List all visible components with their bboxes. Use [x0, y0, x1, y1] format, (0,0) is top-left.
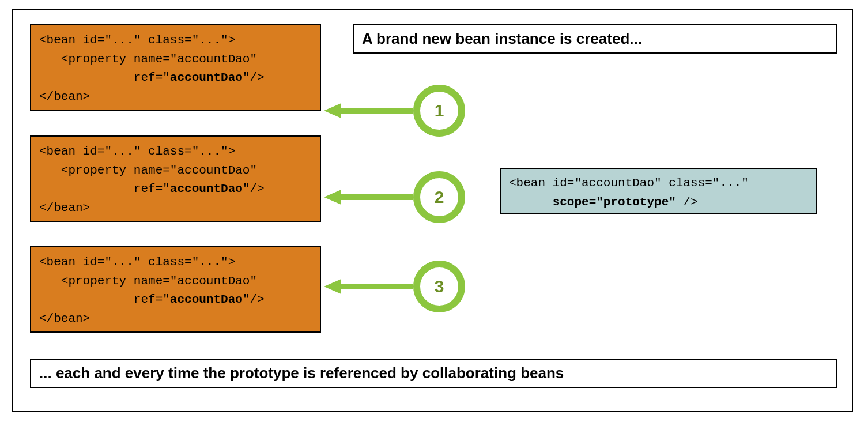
- proto-line2a: [509, 195, 553, 209]
- bean1-line3-bold: accountDao: [170, 71, 243, 84]
- svg-marker-3: [324, 190, 341, 205]
- badge-3: 3: [413, 261, 465, 312]
- bean3-line3-bold: accountDao: [170, 293, 243, 306]
- svg-marker-1: [324, 103, 341, 118]
- canvas: A brand new bean instance is created... …: [0, 0, 868, 422]
- arrow-1: [324, 102, 416, 119]
- bean2-line3-bold: accountDao: [170, 182, 243, 195]
- proto-line1: <bean id="accountDao" class="...": [509, 176, 749, 190]
- badge-2-text: 2: [435, 187, 444, 207]
- bean3-line3a: ref=": [39, 293, 170, 306]
- arrow-3: [324, 278, 416, 295]
- bean3-line4: </bean>: [39, 312, 90, 325]
- bean3-line3b: "/>: [243, 293, 265, 306]
- badge-1: 1: [413, 85, 465, 137]
- badge-3-text: 3: [435, 277, 444, 296]
- headline-bottom-text: ... each and every time the prototype is…: [39, 364, 564, 382]
- headline-top-text: A brand new bean instance is created...: [362, 30, 642, 47]
- bean-box-3: <bean id="..." class="..."> <property na…: [30, 246, 321, 333]
- proto-line2b: />: [676, 195, 698, 209]
- prototype-box: <bean id="accountDao" class="..." scope=…: [500, 168, 817, 214]
- headline-bottom: ... each and every time the prototype is…: [30, 359, 837, 388]
- bean2-line2: <property name="accountDao": [39, 164, 257, 177]
- proto-line2-bold: scope="prototype": [553, 195, 676, 209]
- bean-box-2: <bean id="..." class="..."> <property na…: [30, 135, 321, 222]
- bean1-line4: </bean>: [39, 90, 90, 103]
- svg-marker-5: [324, 279, 341, 294]
- headline-top: A brand new bean instance is created...: [353, 24, 837, 54]
- badge-2: 2: [413, 171, 465, 223]
- bean3-line2: <property name="accountDao": [39, 274, 257, 288]
- arrow-2: [324, 189, 416, 206]
- bean2-line3a: ref=": [39, 182, 170, 195]
- bean2-line3b: "/>: [243, 182, 265, 195]
- bean1-line3b: "/>: [243, 71, 265, 84]
- badge-1-text: 1: [435, 101, 444, 120]
- bean1-line3a: ref=": [39, 71, 170, 84]
- bean2-line1: <bean id="..." class="...">: [39, 145, 235, 158]
- container-box: A brand new bean instance is created... …: [12, 9, 853, 412]
- bean2-line4: </bean>: [39, 201, 90, 214]
- bean-box-1: <bean id="..." class="..."> <property na…: [30, 24, 321, 111]
- bean3-line1: <bean id="..." class="...">: [39, 255, 235, 269]
- bean1-line2: <property name="accountDao": [39, 52, 257, 66]
- bean1-line1: <bean id="..." class="...">: [39, 33, 235, 47]
